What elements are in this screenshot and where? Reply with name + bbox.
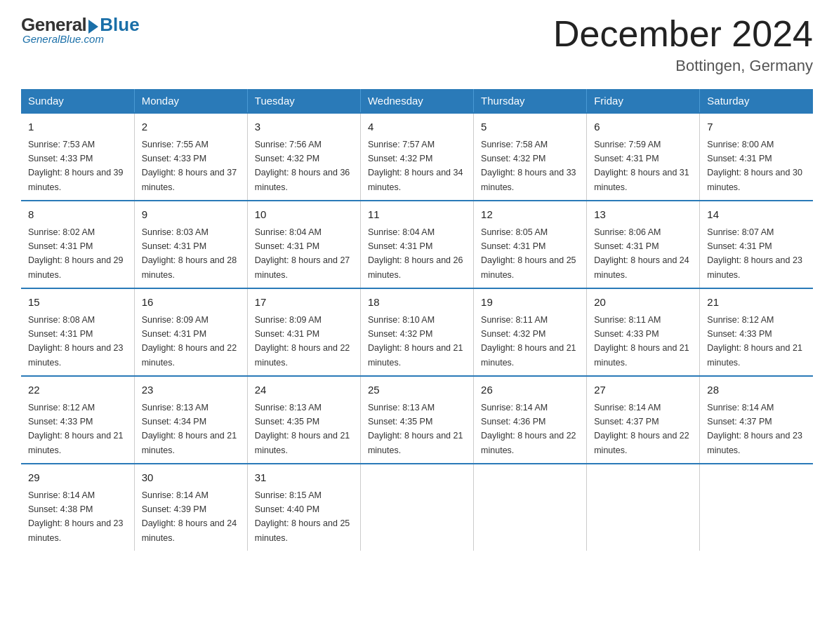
day-info: Sunrise: 8:14 AMSunset: 4:37 PMDaylight:… (594, 403, 689, 455)
calendar-cell: 13Sunrise: 8:06 AMSunset: 4:31 PMDayligh… (587, 201, 700, 288)
calendar-cell: 4Sunrise: 7:57 AMSunset: 4:32 PMDaylight… (360, 113, 473, 201)
calendar-cell: 26Sunrise: 8:14 AMSunset: 4:36 PMDayligh… (474, 376, 587, 464)
day-info: Sunrise: 8:04 AMSunset: 4:31 PMDaylight:… (255, 227, 350, 280)
logo-subtitle: GeneralBlue.com (22, 33, 104, 45)
calendar-cell: 19Sunrise: 8:11 AMSunset: 4:32 PMDayligh… (474, 288, 587, 376)
calendar-cell (360, 464, 473, 551)
day-info: Sunrise: 8:08 AMSunset: 4:31 PMDaylight:… (28, 315, 124, 368)
day-info: Sunrise: 8:14 AMSunset: 4:38 PMDaylight:… (28, 490, 124, 543)
calendar-cell: 28Sunrise: 8:14 AMSunset: 4:37 PMDayligh… (700, 376, 813, 464)
day-info: Sunrise: 7:59 AMSunset: 4:31 PMDaylight:… (594, 140, 689, 192)
calendar-week-row: 8Sunrise: 8:02 AMSunset: 4:31 PMDaylight… (21, 201, 813, 288)
day-number: 9 (142, 207, 240, 223)
calendar-table: SundayMondayTuesdayWednesdayThursdayFrid… (21, 89, 813, 551)
day-info: Sunrise: 7:58 AMSunset: 4:32 PMDaylight:… (481, 140, 576, 192)
day-number: 5 (481, 119, 579, 135)
day-number: 17 (255, 295, 353, 311)
day-number: 13 (594, 207, 692, 223)
day-info: Sunrise: 8:13 AMSunset: 4:34 PMDaylight:… (142, 403, 237, 455)
calendar-cell (474, 464, 587, 551)
calendar-cell: 7Sunrise: 8:00 AMSunset: 4:31 PMDaylight… (700, 113, 813, 201)
calendar-cell: 18Sunrise: 8:10 AMSunset: 4:32 PMDayligh… (360, 288, 473, 376)
day-number: 30 (142, 470, 240, 486)
day-info: Sunrise: 8:03 AMSunset: 4:31 PMDaylight:… (142, 227, 237, 280)
logo-blue-text: Blue (100, 14, 139, 36)
day-info: Sunrise: 8:06 AMSunset: 4:31 PMDaylight:… (594, 227, 689, 280)
calendar-week-row: 29Sunrise: 8:14 AMSunset: 4:38 PMDayligh… (21, 464, 813, 551)
calendar-subtitle: Bottingen, Germany (553, 57, 813, 75)
calendar-cell: 24Sunrise: 8:13 AMSunset: 4:35 PMDayligh… (247, 376, 360, 464)
calendar-week-row: 1Sunrise: 7:53 AMSunset: 4:33 PMDaylight… (21, 113, 813, 201)
day-header-wednesday: Wednesday (360, 89, 473, 113)
day-info: Sunrise: 8:00 AMSunset: 4:31 PMDaylight:… (707, 140, 802, 192)
day-number: 14 (707, 207, 806, 223)
day-info: Sunrise: 8:02 AMSunset: 4:31 PMDaylight:… (28, 227, 124, 280)
day-header-tuesday: Tuesday (247, 89, 360, 113)
calendar-cell: 14Sunrise: 8:07 AMSunset: 4:31 PMDayligh… (700, 201, 813, 288)
day-header-monday: Monday (134, 89, 247, 113)
calendar-cell: 29Sunrise: 8:14 AMSunset: 4:38 PMDayligh… (21, 464, 134, 551)
day-number: 23 (142, 382, 240, 398)
calendar-cell: 17Sunrise: 8:09 AMSunset: 4:31 PMDayligh… (247, 288, 360, 376)
day-info: Sunrise: 8:14 AMSunset: 4:37 PMDaylight:… (707, 403, 802, 455)
day-info: Sunrise: 7:53 AMSunset: 4:33 PMDaylight:… (28, 140, 124, 192)
calendar-header-row: SundayMondayTuesdayWednesdayThursdayFrid… (21, 89, 813, 113)
day-number: 27 (594, 382, 692, 398)
day-info: Sunrise: 7:55 AMSunset: 4:33 PMDaylight:… (142, 140, 237, 192)
calendar-cell: 31Sunrise: 8:15 AMSunset: 4:40 PMDayligh… (247, 464, 360, 551)
day-info: Sunrise: 8:11 AMSunset: 4:32 PMDaylight:… (481, 315, 576, 368)
day-info: Sunrise: 8:11 AMSunset: 4:33 PMDaylight:… (594, 315, 689, 368)
calendar-cell: 25Sunrise: 8:13 AMSunset: 4:35 PMDayligh… (360, 376, 473, 464)
day-info: Sunrise: 8:14 AMSunset: 4:36 PMDaylight:… (481, 403, 576, 455)
calendar-cell: 27Sunrise: 8:14 AMSunset: 4:37 PMDayligh… (587, 376, 700, 464)
day-info: Sunrise: 8:13 AMSunset: 4:35 PMDaylight:… (255, 403, 350, 455)
title-block: December 2024 Bottingen, Germany (553, 14, 813, 75)
calendar-cell: 8Sunrise: 8:02 AMSunset: 4:31 PMDaylight… (21, 201, 134, 288)
calendar-cell: 16Sunrise: 8:09 AMSunset: 4:31 PMDayligh… (134, 288, 247, 376)
calendar-cell: 5Sunrise: 7:58 AMSunset: 4:32 PMDaylight… (474, 113, 587, 201)
day-header-friday: Friday (587, 89, 700, 113)
calendar-title: December 2024 (553, 14, 813, 54)
day-number: 16 (142, 295, 240, 311)
day-number: 12 (481, 207, 579, 223)
day-info: Sunrise: 8:13 AMSunset: 4:35 PMDaylight:… (368, 403, 463, 455)
calendar-cell: 21Sunrise: 8:12 AMSunset: 4:33 PMDayligh… (700, 288, 813, 376)
day-number: 22 (28, 382, 127, 398)
day-info: Sunrise: 7:57 AMSunset: 4:32 PMDaylight:… (368, 140, 463, 192)
day-info: Sunrise: 8:14 AMSunset: 4:39 PMDaylight:… (142, 490, 237, 543)
calendar-cell (700, 464, 813, 551)
day-number: 11 (368, 207, 466, 223)
calendar-cell: 9Sunrise: 8:03 AMSunset: 4:31 PMDaylight… (134, 201, 247, 288)
day-number: 28 (707, 382, 806, 398)
day-header-thursday: Thursday (474, 89, 587, 113)
page-header: General Blue GeneralBlue.com December 20… (21, 14, 813, 75)
calendar-cell: 6Sunrise: 7:59 AMSunset: 4:31 PMDaylight… (587, 113, 700, 201)
day-number: 2 (142, 119, 240, 135)
calendar-cell: 22Sunrise: 8:12 AMSunset: 4:33 PMDayligh… (21, 376, 134, 464)
day-info: Sunrise: 8:09 AMSunset: 4:31 PMDaylight:… (142, 315, 237, 368)
day-number: 18 (368, 295, 466, 311)
day-header-sunday: Sunday (21, 89, 134, 113)
day-number: 4 (368, 119, 466, 135)
day-number: 31 (255, 470, 353, 486)
day-number: 15 (28, 295, 127, 311)
day-info: Sunrise: 8:07 AMSunset: 4:31 PMDaylight:… (707, 227, 802, 280)
calendar-cell: 11Sunrise: 8:04 AMSunset: 4:31 PMDayligh… (360, 201, 473, 288)
calendar-cell: 12Sunrise: 8:05 AMSunset: 4:31 PMDayligh… (474, 201, 587, 288)
calendar-cell: 10Sunrise: 8:04 AMSunset: 4:31 PMDayligh… (247, 201, 360, 288)
day-number: 10 (255, 207, 353, 223)
day-number: 19 (481, 295, 579, 311)
calendar-cell: 3Sunrise: 7:56 AMSunset: 4:32 PMDaylight… (247, 113, 360, 201)
day-number: 7 (707, 119, 806, 135)
day-number: 24 (255, 382, 353, 398)
logo: General Blue GeneralBlue.com (21, 14, 140, 45)
calendar-cell: 30Sunrise: 8:14 AMSunset: 4:39 PMDayligh… (134, 464, 247, 551)
day-info: Sunrise: 8:04 AMSunset: 4:31 PMDaylight:… (368, 227, 463, 280)
calendar-cell: 23Sunrise: 8:13 AMSunset: 4:34 PMDayligh… (134, 376, 247, 464)
calendar-cell (587, 464, 700, 551)
calendar-cell: 15Sunrise: 8:08 AMSunset: 4:31 PMDayligh… (21, 288, 134, 376)
day-number: 25 (368, 382, 466, 398)
day-number: 1 (28, 119, 127, 135)
day-info: Sunrise: 8:10 AMSunset: 4:32 PMDaylight:… (368, 315, 463, 368)
day-number: 21 (707, 295, 806, 311)
